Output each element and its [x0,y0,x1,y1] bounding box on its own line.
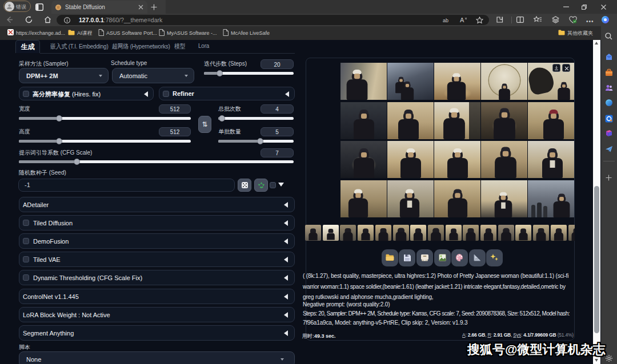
svg-text:ab: ab [443,18,448,23]
svg-text:A: A [460,17,464,23]
